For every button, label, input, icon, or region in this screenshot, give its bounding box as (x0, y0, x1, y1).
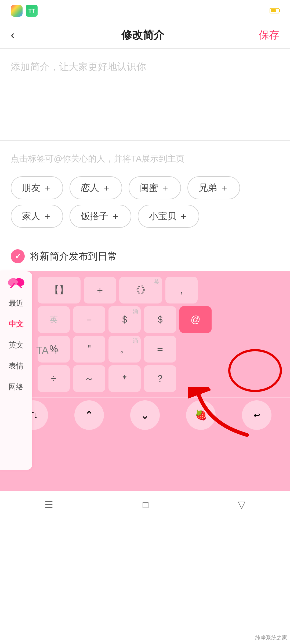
kb-row-2: 英 － ＄ 涌 ＄ @ (38, 306, 285, 333)
bio-input-area[interactable]: 添加简介，让大家更好地认识你 (0, 49, 290, 140)
save-button[interactable]: 保存 (259, 28, 279, 42)
tags-grid-2: 家人 ＋ 饭搭子 ＋ 小宝贝 ＋ (11, 205, 279, 228)
toolbar-delete[interactable]: 🍓 (186, 400, 216, 430)
bow-icon (5, 274, 27, 290)
kb-row-1: 【】 ＋ 《》 英 ， (38, 277, 285, 303)
publish-row[interactable]: ✓ 将新简介发布到日常 (0, 241, 290, 271)
tag-lover[interactable]: 恋人 ＋ (70, 176, 122, 199)
key-equals[interactable]: ＝ (144, 336, 176, 363)
nav-back[interactable]: ▽ (238, 499, 245, 510)
sidebar-item-english[interactable]: 英文 (0, 335, 32, 356)
page-title: 修改简介 (121, 28, 164, 42)
sidebar-item-chinese[interactable]: 中文 (0, 314, 32, 335)
tags-section: 点击标签可@你关心的人，并将TA展示到主页 朋友 ＋ 恋人 ＋ 闺蜜 ＋ 兄弟 … (0, 141, 290, 241)
sidebar-item-emoji[interactable]: 表情 (0, 356, 32, 376)
tag-friends[interactable]: 朋友 ＋ (11, 176, 63, 199)
app-icon-2: TT (26, 5, 38, 17)
key-question[interactable]: ？ (144, 365, 176, 392)
publish-checkbox[interactable]: ✓ (11, 249, 25, 263)
system-nav-bar: ☰ □ ▽ (0, 491, 290, 518)
key-minus[interactable]: － (73, 306, 105, 333)
keyboard-main: 【】 ＋ 《》 英 ， 英 － ＄ 涌 ＄ (32, 271, 290, 397)
back-button[interactable]: ‹ (11, 28, 27, 42)
key-divide[interactable]: ÷ (38, 365, 70, 392)
key-asterisk[interactable]: ＊ (108, 365, 141, 392)
key-dollar-2[interactable]: ＄ (144, 306, 176, 333)
check-icon: ✓ (15, 252, 21, 261)
header: ‹ 修改简介 保存 (0, 21, 290, 48)
status-bar: TT (0, 0, 290, 21)
keyboard-container: 最近 中文 英文 表情 网络 TA ＋ 【】 ＋ 《》 英 ， 英 (0, 271, 290, 491)
publish-label: 将新简介发布到日常 (30, 250, 117, 263)
kb-row-4: ÷ ～ ＊ ？ (38, 365, 285, 392)
key-dollar-1[interactable]: ＄ 涌 (108, 306, 141, 333)
key-brackets-book[interactable]: 【】 (38, 277, 81, 303)
kb-row-3: % " 。 涌 ＝ (38, 336, 285, 363)
key-quote[interactable]: " (73, 336, 105, 363)
nav-home[interactable]: □ (143, 499, 148, 510)
key-percent[interactable]: % (38, 336, 70, 363)
key-plus[interactable]: ＋ (84, 277, 116, 303)
tags-hint: 点击标签可@你关心的人，并将TA展示到主页 (11, 152, 279, 166)
toolbar-scroll-down[interactable]: ⌄ (130, 400, 160, 430)
tag-brother[interactable]: 兄弟 ＋ (187, 176, 240, 199)
battery-icon (270, 8, 279, 13)
bio-placeholder: 添加简介，让大家更好地认识你 (11, 60, 279, 74)
tag-family[interactable]: 家人 ＋ (11, 205, 63, 228)
nav-menu[interactable]: ☰ (45, 499, 53, 510)
watermark: 纯净系统之家 (255, 634, 287, 641)
key-tilde[interactable]: ～ (73, 365, 105, 392)
tag-bestie[interactable]: 闺蜜 ＋ (129, 176, 181, 199)
svg-point-2 (14, 280, 18, 284)
key-chinese[interactable]: 英 (38, 306, 70, 333)
keyboard-toolbar: T↓ ⌃ ⌄ 🍓 ↩ (0, 397, 290, 432)
key-at[interactable]: @ (179, 306, 212, 333)
key-period[interactable]: 。 涌 (108, 336, 141, 363)
tags-grid: 朋友 ＋ 恋人 ＋ 闺蜜 ＋ 兄弟 ＋ (11, 176, 279, 199)
key-brackets-angle[interactable]: 《》 英 (119, 277, 162, 303)
keyboard-sidebar: 最近 中文 英文 表情 网络 (0, 271, 32, 470)
sidebar-item-recent[interactable]: 最近 (0, 293, 32, 314)
app-icon-1 (11, 5, 23, 17)
app-icons: TT (11, 5, 38, 17)
toolbar-scroll-up[interactable]: ⌃ (74, 400, 104, 430)
tag-baby[interactable]: 小宝贝 ＋ (138, 205, 199, 228)
tag-foodmate[interactable]: 饭搭子 ＋ (70, 205, 131, 228)
key-comma[interactable]: ， (165, 277, 198, 303)
sidebar-item-network[interactable]: 网络 (0, 376, 32, 397)
toolbar-return[interactable]: ↩ (242, 400, 271, 430)
